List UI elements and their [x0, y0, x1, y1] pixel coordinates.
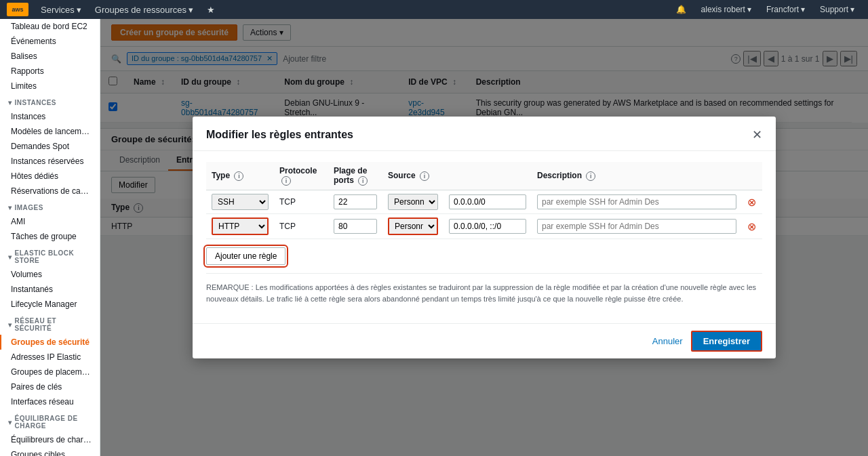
rule1-type-select[interactable]: SSH [212, 194, 269, 210]
rule2-remove-button[interactable]: ⊗ [747, 220, 756, 233]
support-menu[interactable]: Support ▾ [813, 0, 861, 19]
modal-body: Type i Protocole i Plage de ports i Sour… [193, 151, 776, 323]
sidebar-item-paires-cles[interactable]: Paires de clés [0, 379, 100, 394]
favorites-icon[interactable]: ★ [200, 0, 222, 19]
services-menu[interactable]: Services ▾ [34, 0, 88, 19]
sidebar-item-modeles-lancement[interactable]: Modèles de lancement [0, 124, 100, 139]
sidebar-item-tableau-bord-ec2[interactable]: Tableau de bord EC2 [0, 19, 100, 34]
main-content: Créer un groupe de sécurité Actions ▾ 🔍 … [100, 19, 868, 456]
modal-close-button[interactable]: ✕ [752, 127, 762, 142]
top-navigation: aws Services ▾ Groupes de ressources ▾ ★… [0, 0, 868, 19]
sidebar-item-groupes-securite[interactable]: Groupes de sécurité [0, 335, 100, 350]
modal-footer: Annuler Enregistrer [193, 323, 776, 358]
modal-col-port: Plage de ports i [328, 162, 382, 190]
modal-rules-table: Type i Protocole i Plage de ports i Sour… [206, 162, 762, 239]
collapse-icon-ebs: ▾ [8, 253, 12, 261]
rule2-port-input[interactable] [334, 219, 377, 234]
section-ebs[interactable]: ▾ ELASTIC BLOCK STORE [0, 244, 100, 267]
nav-right: 🔔 alexis robert ▾ Francfort ▾ Support ▾ [669, 0, 861, 19]
modal-overlay: Modifier les règles entrantes ✕ Type i P… [100, 19, 868, 456]
region-menu[interactable]: Francfort ▾ [760, 0, 812, 19]
user-menu[interactable]: alexis robert ▾ [694, 0, 758, 19]
modal-col-protocol: Protocole i [274, 162, 328, 190]
sidebar-item-hotes-dedies[interactable]: Hôtes dédiés [0, 169, 100, 184]
collapse-icon-equilibrage: ▾ [8, 419, 12, 426]
rule2-description-input[interactable] [537, 219, 736, 234]
rule2-source-select[interactable]: Personnali... [388, 217, 438, 235]
sidebar-item-taches-groupe[interactable]: Tâches de groupe [0, 229, 100, 244]
sidebar-item-instances[interactable]: Instances [0, 109, 100, 124]
sidebar-item-groupes-placement[interactable]: Groupes de placement [0, 365, 100, 379]
modal-col-source: Source i [382, 162, 532, 190]
section-reseau[interactable]: ▾ RÉSEAU ET SÉCURITÉ [0, 312, 100, 335]
modal-title: Modifier les règles entrantes [206, 129, 353, 141]
section-instances[interactable]: ▾ INSTANCES [0, 94, 100, 109]
rule2-source-input[interactable] [449, 219, 526, 234]
sidebar-item-limites[interactable]: Limites [0, 79, 100, 94]
sidebar-item-volumes[interactable]: Volumes [0, 267, 100, 282]
modal-header: Modifier les règles entrantes ✕ [193, 117, 776, 151]
collapse-icon-images: ▾ [8, 204, 12, 211]
sidebar-item-rapports[interactable]: Rapports [0, 64, 100, 79]
sidebar-item-ami[interactable]: AMI [0, 214, 100, 229]
rule1-port-input[interactable] [334, 194, 377, 209]
sidebar-item-reservations-capacite[interactable]: Réservations de capacité [0, 184, 100, 199]
sidebar-item-evenements[interactable]: Événements [0, 34, 100, 49]
resource-groups-menu[interactable]: Groupes de ressources ▾ [88, 0, 200, 19]
sidebar-item-demandes-spot[interactable]: Demandes Spot [0, 139, 100, 154]
sidebar-item-lifecycle-manager[interactable]: Lifecycle Manager [0, 297, 100, 312]
rule1-source-select[interactable]: Personnali... [388, 194, 438, 210]
modal-dialog: Modifier les règles entrantes ✕ Type i P… [193, 117, 776, 358]
aws-logo: aws [7, 3, 28, 16]
collapse-icon-reseau: ▾ [8, 321, 12, 329]
sidebar-item-adresses-ip[interactable]: Adresses IP Elastic [0, 350, 100, 365]
modal-rule-row-1: SSH TCP [206, 190, 762, 214]
main-layout: Tableau de bord EC2 Événements Balises R… [0, 19, 868, 456]
sidebar-item-groupes-cibles[interactable]: Groupes cibles [0, 447, 100, 456]
rule2-protocol: TCP [279, 222, 296, 231]
sidebar: Tableau de bord EC2 Événements Balises R… [0, 19, 100, 456]
section-equilibrage[interactable]: ▾ ÉQUILIBRAGE DE CHARGE [0, 409, 100, 432]
modal-rule-row-2: HTTP TCP [206, 214, 762, 239]
modal-col-type: Type i [206, 162, 274, 190]
rule2-type-select[interactable]: HTTP [212, 217, 269, 235]
rule1-description-input[interactable] [537, 194, 736, 209]
collapse-icon: ▾ [8, 99, 12, 106]
notifications-button[interactable]: 🔔 [669, 0, 693, 19]
rule1-protocol: TCP [279, 197, 296, 207]
rule1-remove-button[interactable]: ⊗ [747, 196, 756, 209]
add-rule-button[interactable]: Ajouter une règle [206, 247, 285, 265]
sidebar-item-interfaces-reseau[interactable]: Interfaces réseau [0, 394, 100, 409]
sidebar-item-instances-reservees[interactable]: Instances réservées [0, 154, 100, 169]
sidebar-item-balises[interactable]: Balises [0, 49, 100, 64]
sidebar-item-instantanes[interactable]: Instantanés [0, 282, 100, 297]
modal-note: REMARQUE : Les modifications apportées à… [206, 273, 762, 304]
section-images[interactable]: ▾ IMAGES [0, 199, 100, 214]
rule1-source-input[interactable] [449, 194, 526, 209]
save-button[interactable]: Enregistrer [691, 331, 762, 352]
modal-col-description: Description i [532, 162, 742, 190]
sidebar-item-equilibreurs-charge[interactable]: Équilibreurs de charge [0, 432, 100, 447]
cancel-button[interactable]: Annuler [652, 336, 683, 346]
